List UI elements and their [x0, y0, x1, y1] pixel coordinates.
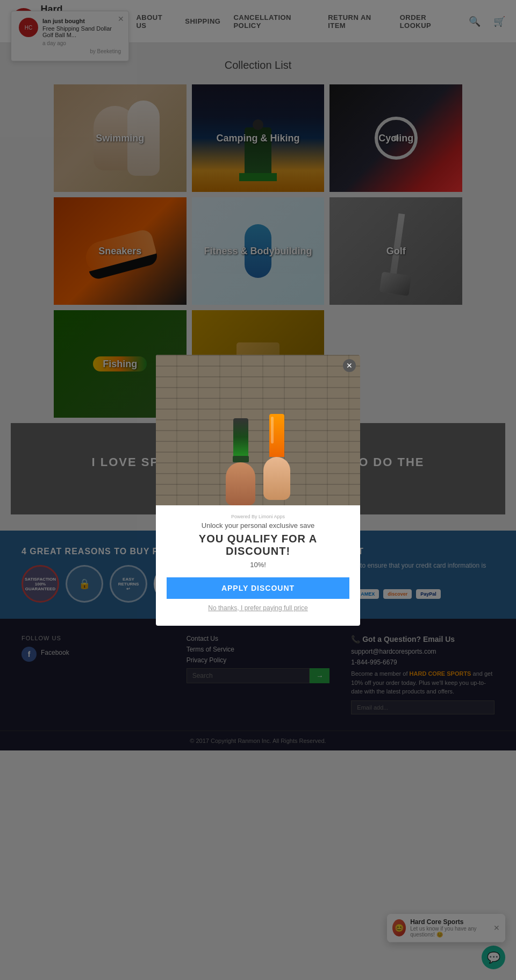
modal-pre-headline: Unlock your personal exclusive save — [167, 521, 349, 530]
decline-link[interactable]: No thanks, I prefer paying full price — [167, 599, 349, 617]
modal-headline: YOU QUALIFY FOR A DISCOUNT! — [167, 533, 349, 557]
modal-overlay: ✕ — [0, 0, 516, 750]
modal-text-section: Powered By Limoni Apps Unlock your perso… — [156, 505, 360, 626]
apply-discount-button[interactable]: APPLY DISCOUNT — [167, 577, 349, 599]
modal-close-button[interactable]: ✕ — [343, 359, 356, 372]
discount-modal: ✕ — [156, 355, 360, 626]
modal-subtext: 10%! — [167, 561, 349, 569]
modal-powered: Powered By Limoni Apps — [167, 514, 349, 519]
modal-image — [156, 355, 360, 505]
